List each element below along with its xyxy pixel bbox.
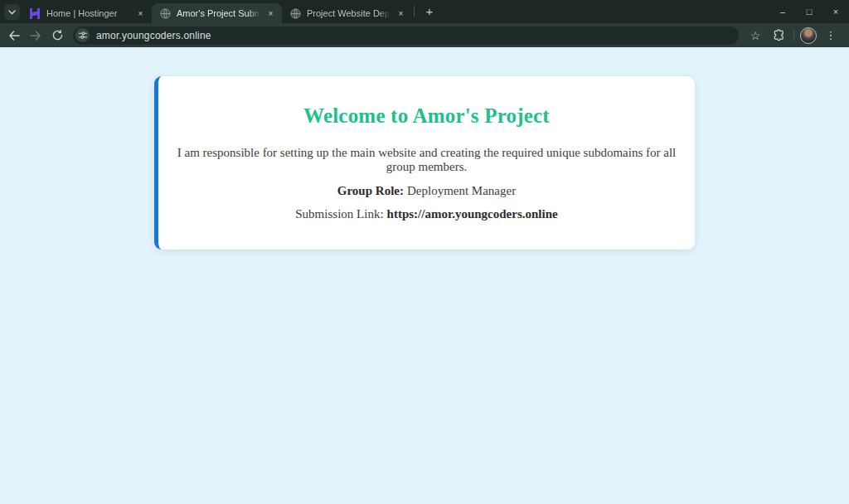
tab-project-website-deployment[interactable]: Project Website Deployment In × — [282, 3, 412, 23]
tab-title: Amor's Project Submission — [177, 8, 261, 18]
globe-icon — [289, 7, 301, 19]
minimize-button[interactable]: – — [769, 0, 796, 23]
tab-amors-project-submission[interactable]: Amor's Project Submission × — [152, 3, 282, 23]
star-icon: ☆ — [750, 29, 761, 42]
project-description: I am responsible for setting up the main… — [177, 146, 677, 174]
three-dot-menu-icon: ⋮ — [826, 29, 837, 41]
profile-avatar[interactable] — [800, 27, 817, 44]
tab-home-hostinger[interactable]: Home | Hostinger × — [22, 3, 152, 23]
forward-arrow-icon — [30, 31, 41, 41]
chevron-down-icon — [8, 10, 16, 15]
back-arrow-icon — [8, 31, 20, 41]
bookmark-star-button[interactable]: ☆ — [745, 26, 765, 46]
browser-menu-button[interactable]: ⋮ — [821, 26, 841, 46]
submission-link-line: Submission Link:https://amor.youngcoders… — [177, 207, 677, 221]
close-icon[interactable]: × — [134, 7, 147, 20]
close-icon[interactable]: × — [264, 7, 277, 20]
forward-button[interactable] — [26, 26, 46, 46]
project-card: Welcome to Amor's Project I am responsib… — [154, 76, 695, 250]
tab-title: Project Website Deployment In — [307, 8, 391, 18]
hostinger-icon — [29, 7, 41, 19]
tab-divider — [414, 6, 415, 17]
back-button[interactable] — [4, 26, 24, 46]
puzzle-icon — [773, 29, 785, 41]
reload-icon — [52, 30, 63, 41]
maximize-button[interactable]: □ — [796, 0, 822, 23]
site-settings-button[interactable] — [75, 28, 90, 42]
globe-icon — [159, 7, 171, 19]
tab-strip: Home | Hostinger × Amor's Project Submis… — [0, 0, 849, 23]
url-text[interactable]: amor.youngcoders.online — [96, 30, 211, 41]
toolbar-divider — [793, 29, 794, 41]
tab-title: Home | Hostinger — [46, 8, 131, 18]
close-window-button[interactable]: × — [822, 0, 849, 23]
new-tab-button[interactable]: + — [420, 1, 439, 21]
submission-link-label: Submission Link: — [295, 207, 383, 220]
window-controls: – □ × — [769, 0, 849, 23]
tune-icon — [79, 32, 87, 39]
group-role-line: Group Role:Deployment Manager — [177, 184, 677, 198]
group-role-value: Deployment Manager — [407, 184, 516, 197]
extensions-button[interactable] — [769, 26, 788, 46]
submission-link-value: https://amor.youngcoders.online — [387, 207, 558, 220]
address-bar[interactable]: amor.youngcoders.online — [73, 27, 739, 45]
close-icon[interactable]: × — [395, 7, 407, 20]
reload-button[interactable] — [47, 26, 67, 46]
browser-toolbar: amor.youngcoders.online ☆ ⋮ — [0, 23, 849, 47]
browser-window: Home | Hostinger × Amor's Project Submis… — [0, 0, 849, 504]
page-title: Welcome to Amor's Project — [177, 104, 677, 128]
page-viewport: Welcome to Amor's Project I am responsib… — [0, 47, 849, 504]
group-role-label: Group Role: — [337, 184, 404, 197]
tab-search-button[interactable] — [4, 4, 20, 20]
